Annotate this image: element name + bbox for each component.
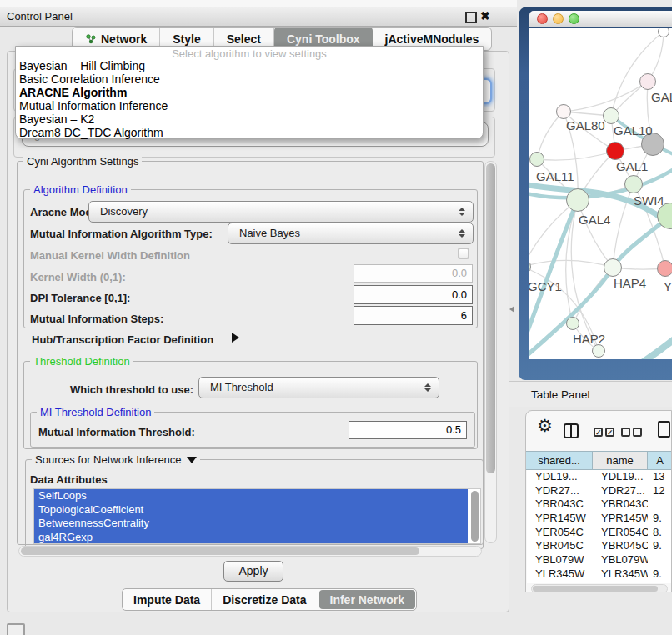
menu-item-dream8[interactable]: Dream8 DC_TDC Algorithm bbox=[16, 126, 483, 139]
table-cell: 9. bbox=[648, 539, 672, 553]
node-label: GAL11 bbox=[536, 169, 574, 183]
tab-infer-network[interactable]: Infer Network bbox=[319, 590, 415, 609]
select-all-checkbox-icon[interactable]: ✓ bbox=[605, 428, 614, 437]
table-row[interactable]: YLR345WYLR345W9. bbox=[527, 568, 672, 582]
aracne-mode-combo[interactable]: Discovery bbox=[88, 201, 474, 222]
network-node-hap4[interactable] bbox=[604, 258, 622, 277]
network-node-gal4[interactable] bbox=[566, 188, 589, 212]
expand-arrow-icon[interactable] bbox=[232, 332, 239, 342]
group-title: Algorithm Definition bbox=[30, 182, 131, 197]
mi-threshold-label: Mutual Information Threshold: bbox=[38, 426, 195, 438]
menu-item-aracne[interactable]: ARACNE Algorithm bbox=[16, 86, 483, 99]
close-icon[interactable]: ✖ bbox=[480, 9, 490, 22]
settings-horizontal-scrollbar[interactable] bbox=[18, 546, 482, 557]
float-window-icon[interactable] bbox=[465, 12, 477, 23]
group-title: Cyni Algorithm Settings bbox=[23, 154, 142, 168]
mi-type-combo[interactable]: Naive Bayes bbox=[228, 222, 474, 244]
table-row[interactable]: YIL053CYIL053C0. bbox=[527, 582, 672, 584]
minimize-traffic-light[interactable] bbox=[553, 13, 564, 24]
list-item[interactable]: gal4RGexp bbox=[34, 531, 468, 545]
node-label: GAL4 bbox=[579, 212, 610, 227]
manual-kernel-checkbox[interactable] bbox=[458, 248, 469, 259]
group-title: Threshold Definition bbox=[30, 354, 133, 368]
network-edge[interactable] bbox=[537, 151, 615, 160]
mi-steps-input[interactable]: 6 bbox=[354, 306, 473, 325]
table-cell: YER054C bbox=[593, 526, 648, 540]
gear-icon[interactable]: ⚙ bbox=[537, 416, 553, 436]
combo-spinner-icon bbox=[424, 383, 431, 392]
new-table-icon[interactable] bbox=[658, 421, 670, 438]
table-cell: YBR045C bbox=[527, 539, 593, 553]
which-threshold-combo[interactable]: MI Threshold bbox=[198, 377, 439, 398]
network-node-gal10[interactable] bbox=[603, 108, 619, 124]
table-row[interactable]: YBR043CYBR043C bbox=[527, 498, 672, 512]
network-node-swi4[interactable] bbox=[624, 175, 643, 193]
list-item[interactable]: SelfLoops bbox=[34, 489, 468, 503]
scrollbar-thumb[interactable] bbox=[533, 586, 658, 592]
apply-button[interactable]: Apply bbox=[223, 561, 283, 582]
select-all-checkbox-icon[interactable]: ✓ bbox=[594, 428, 603, 437]
columns-icon[interactable] bbox=[564, 423, 579, 438]
list-item[interactable]: TopologicalCoefficient bbox=[34, 503, 468, 518]
table-row[interactable]: YER054CYER054C8. bbox=[527, 526, 672, 540]
node-label: GCY1 bbox=[529, 279, 562, 293]
table-cell bbox=[648, 553, 672, 568]
dpi-tolerance-input[interactable]: 0.0 bbox=[354, 285, 473, 304]
column-header[interactable]: name bbox=[593, 451, 648, 470]
column-header[interactable]: A bbox=[648, 451, 672, 470]
table-panel: ⚙ ✓ ✓ shared...nameA YDL19...YDL19...13Y… bbox=[525, 410, 672, 592]
network-window-titlebar[interactable] bbox=[529, 11, 672, 27]
network-edge-thick[interactable] bbox=[600, 338, 672, 359]
scrollbar-thumb[interactable] bbox=[21, 548, 419, 555]
manual-kernel-label: Manual Kernel Width Definition bbox=[30, 249, 190, 262]
collapse-arrow-icon[interactable] bbox=[187, 457, 197, 463]
group-title: MI Threshold Definition bbox=[37, 405, 154, 419]
node-label: HAP2 bbox=[573, 332, 605, 346]
tab-impute-data[interactable]: Impute Data bbox=[123, 589, 212, 610]
menu-item-bayesian-k2[interactable]: Bayesian – K2 bbox=[16, 112, 483, 126]
settings-vertical-scrollbar[interactable] bbox=[484, 161, 497, 543]
which-threshold-label: Which threshold to use: bbox=[70, 383, 193, 396]
network-edge[interactable] bbox=[564, 82, 648, 112]
tab-label: jActiveMNodules bbox=[385, 32, 479, 46]
deselect-all-checkbox-icon[interactable] bbox=[633, 428, 642, 437]
mi-threshold-input[interactable]: 0.5 bbox=[349, 421, 467, 439]
table-row[interactable]: YPR145WYPR145W9. bbox=[527, 512, 672, 526]
table-cell: YBL079W bbox=[527, 553, 593, 568]
table-row[interactable]: YBL079WYBL079W bbox=[527, 553, 672, 568]
table-horizontal-scrollbar[interactable] bbox=[531, 584, 668, 592]
network-node-pink1[interactable] bbox=[639, 73, 656, 90]
combo-value: Discovery bbox=[100, 205, 148, 218]
minimized-panel-button[interactable] bbox=[7, 623, 25, 635]
network-node-gal80[interactable] bbox=[556, 104, 571, 119]
menu-item-basic-correlation[interactable]: Basic Correlation Inference bbox=[16, 72, 483, 86]
data-attributes-list[interactable]: SelfLoopsTopologicalCoefficientBetweenne… bbox=[33, 488, 481, 544]
tab-discretize-data[interactable]: Discretize Data bbox=[212, 589, 318, 610]
node-label: HAP4 bbox=[614, 276, 646, 290]
table-row[interactable]: YBR045CYBR045C9. bbox=[527, 539, 672, 553]
table-row[interactable]: YDR27...YDR27...12 bbox=[527, 484, 672, 498]
network-canvas[interactable]: GALGAL80GAL10GAL1GAL11SWI4GAL4GCY1HAP4YH… bbox=[529, 28, 672, 359]
network-node-bottom[interactable] bbox=[592, 344, 605, 358]
network-node-hap2[interactable] bbox=[566, 317, 579, 330]
node-label: Y bbox=[664, 279, 672, 293]
zoom-traffic-light[interactable] bbox=[569, 13, 579, 24]
network-node-gal11[interactable] bbox=[529, 152, 544, 167]
menu-item-mutual-information[interactable]: Mutual Information Inference bbox=[16, 99, 483, 112]
menu-item-bayesian-hill-climbing[interactable]: Bayesian – Hill Climbing bbox=[16, 59, 483, 72]
tab-label: Style bbox=[173, 32, 200, 46]
close-traffic-light[interactable] bbox=[537, 13, 548, 24]
list-item[interactable]: BetweennessCentrality bbox=[34, 517, 468, 531]
table-cell: YIL053C bbox=[527, 582, 593, 584]
deselect-all-checkbox-icon[interactable] bbox=[621, 428, 630, 437]
column-header[interactable]: shared... bbox=[526, 451, 593, 470]
table-row[interactable]: YDL19...YDL19...13 bbox=[527, 470, 672, 484]
table-cell: YBR043C bbox=[593, 498, 648, 512]
splitter-collapse-icon[interactable] bbox=[509, 306, 514, 312]
group-title: Sources for Network Inference bbox=[32, 452, 200, 467]
network-node-pink2[interactable] bbox=[657, 260, 672, 277]
network-node-red[interactable] bbox=[606, 142, 624, 160]
scrollbar-thumb[interactable] bbox=[486, 163, 495, 473]
kernel-width-input[interactable]: 0.0 bbox=[354, 264, 473, 282]
list-scrollbar-thumb[interactable] bbox=[471, 491, 479, 542]
